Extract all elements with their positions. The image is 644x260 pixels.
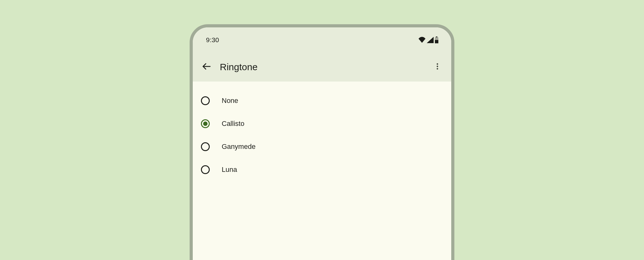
battery-icon: [435, 37, 439, 43]
wifi-icon: [418, 37, 426, 43]
svg-point-5: [437, 66, 438, 67]
svg-rect-0: [436, 37, 437, 37]
overflow-menu-button[interactable]: [429, 58, 446, 76]
option-label: Callisto: [222, 120, 244, 128]
svg-point-4: [437, 63, 438, 65]
phone-frame: 9:30: [190, 24, 454, 260]
status-time: 9:30: [206, 36, 219, 44]
ringtone-list: None Callisto Ganymede Luna: [193, 82, 451, 181]
radio-button[interactable]: [201, 96, 210, 105]
page-title: Ringtone: [220, 62, 429, 72]
cellular-icon: [427, 37, 434, 43]
option-label: Luna: [222, 166, 237, 174]
radio-button[interactable]: [201, 119, 210, 128]
back-button[interactable]: [198, 58, 215, 76]
ringtone-option[interactable]: Luna: [193, 158, 451, 181]
option-label: Ganymede: [222, 143, 256, 151]
more-vert-icon: [433, 62, 441, 72]
status-bar: 9:30: [193, 27, 451, 53]
ringtone-option[interactable]: Ganymede: [193, 135, 451, 158]
svg-rect-2: [435, 40, 438, 43]
ringtone-option[interactable]: Callisto: [193, 112, 451, 135]
ringtone-option[interactable]: None: [193, 89, 451, 112]
option-label: None: [222, 97, 238, 105]
radio-button[interactable]: [201, 142, 210, 151]
app-bar: Ringtone: [193, 53, 451, 82]
status-icons: [418, 37, 439, 43]
svg-point-6: [437, 68, 438, 70]
radio-button[interactable]: [201, 165, 210, 174]
arrow-back-icon: [202, 62, 211, 72]
